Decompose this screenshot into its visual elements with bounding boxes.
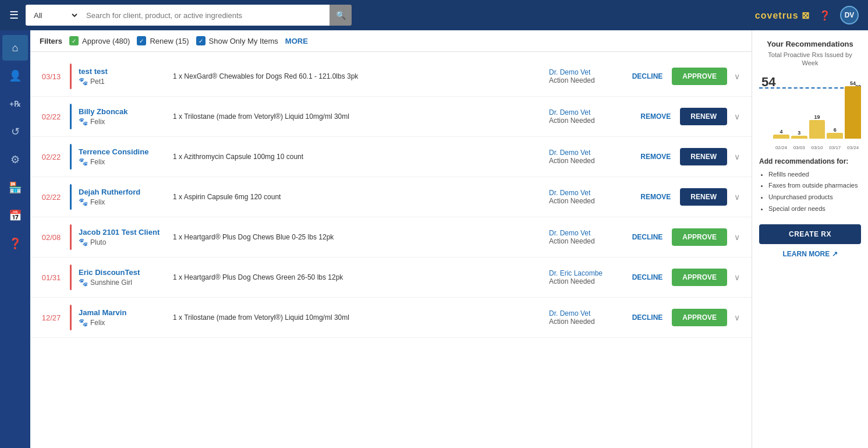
- row-vet: Dr. Demo Vet Action Needed: [549, 108, 619, 125]
- client-name[interactable]: Eric DiscounTest: [79, 268, 166, 277]
- renew-button[interactable]: RENEW: [680, 188, 727, 206]
- bar-label: 03/24: [845, 145, 861, 150]
- chart-bar-group: 3: [791, 130, 807, 139]
- client-name[interactable]: Jacob 2101 Test Client: [79, 228, 166, 237]
- row-pet: 🐾 Pluto: [79, 238, 166, 246]
- row-actions: DECLINE APPROVE ∨: [626, 269, 742, 286]
- sidebar-item-home[interactable]: ⌂: [2, 35, 28, 61]
- decline-button[interactable]: DECLINE: [628, 271, 668, 284]
- table-row: 02/22 Dejah Rutherford 🐾 Felix 1 x Aspir…: [30, 177, 752, 217]
- row-border: [70, 184, 72, 210]
- client-name[interactable]: Dejah Rutherford: [79, 188, 166, 196]
- row-actions: DECLINE APPROVE ∨: [626, 68, 742, 85]
- row-product: 1 x NexGard® Chewables for Dogs Red 60.1…: [173, 72, 542, 80]
- table-row: 12/27 Jamal Marvin 🐾 Felix 1 x Trilostan…: [30, 298, 752, 338]
- bar-value: 4: [780, 129, 782, 135]
- row-product: 1 x Trilostane (made from Vetoryl®) Liqu…: [173, 112, 542, 121]
- vet-status: Action Needed: [549, 277, 619, 285]
- chart-bar: [809, 120, 826, 139]
- row-date: 02/22: [40, 112, 63, 121]
- vet-status: Action Needed: [549, 76, 619, 84]
- learn-more-link[interactable]: LEARN MORE ↗: [759, 250, 861, 258]
- table-row: 03/13 test test 🐾 Pet1 1 x NexGard® Chew…: [30, 57, 752, 97]
- approve-button[interactable]: APPROVE: [672, 309, 727, 326]
- help-icon[interactable]: ❓: [819, 10, 831, 21]
- bar-value: 54: [850, 80, 856, 86]
- search-dropdown[interactable]: All Clients Products: [26, 5, 79, 26]
- approve-checkbox[interactable]: ✓: [69, 36, 79, 45]
- client-name[interactable]: Jamal Marvin: [79, 308, 166, 317]
- avatar[interactable]: DV: [840, 6, 859, 24]
- approve-button[interactable]: APPROVE: [672, 228, 727, 246]
- table-row: 02/22 Billy Zboncak 🐾 Felix 1 x Trilosta…: [30, 97, 752, 137]
- row-pet: 🐾 Felix: [79, 157, 166, 166]
- filter-renew[interactable]: ✓ Renew (15): [137, 36, 189, 45]
- row-client: Jamal Marvin 🐾 Felix: [79, 308, 166, 327]
- sidebar-item-help[interactable]: ❓: [2, 231, 28, 256]
- sidebar-item-calendar[interactable]: 📅: [2, 203, 28, 228]
- vet-name: Dr. Demo Vet: [549, 309, 619, 318]
- sidebar-item-history[interactable]: ↺: [2, 119, 28, 144]
- decline-button[interactable]: DECLINE: [628, 70, 668, 83]
- approve-button[interactable]: APPROVE: [672, 269, 727, 286]
- renew-button[interactable]: RENEW: [680, 148, 727, 165]
- expand-icon[interactable]: ∨: [732, 270, 742, 284]
- expand-icon[interactable]: ∨: [732, 110, 742, 124]
- row-client: Terrence Considine 🐾 Felix: [79, 147, 166, 166]
- decline-button[interactable]: DECLINE: [628, 231, 668, 244]
- show-items-checkbox[interactable]: ✓: [196, 36, 206, 45]
- remove-button[interactable]: REMOVE: [636, 191, 675, 203]
- expand-icon[interactable]: ∨: [732, 311, 742, 324]
- row-product: 1 x Heartgard® Plus Dog Chews Green 26-5…: [173, 273, 542, 281]
- row-pet: 🐾 Sunshine Girl: [79, 278, 166, 287]
- decline-button[interactable]: DECLINE: [628, 311, 668, 324]
- pet-icon: 🐾: [79, 238, 88, 246]
- row-border: [70, 64, 72, 89]
- vet-name: Dr. Demo Vet: [549, 229, 619, 237]
- filter-more[interactable]: MORE: [285, 37, 308, 45]
- panel-subtitle: Total Proactive Rxs Issued by Week: [759, 51, 861, 68]
- expand-icon[interactable]: ∨: [732, 150, 742, 164]
- row-actions: REMOVE RENEW ∨: [626, 108, 742, 125]
- remove-button[interactable]: REMOVE: [636, 110, 675, 123]
- renew-checkbox[interactable]: ✓: [137, 36, 146, 45]
- chart-bar: [791, 136, 807, 139]
- row-date: 12/27: [40, 313, 63, 322]
- sidebar-item-settings[interactable]: ⚙: [2, 147, 28, 172]
- pet-icon: 🐾: [79, 117, 88, 126]
- search-button[interactable]: 🔍: [330, 5, 352, 26]
- panel-title: Your Recommendations: [759, 40, 861, 48]
- search-input[interactable]: [79, 5, 330, 26]
- vet-name: Dr. Demo Vet: [549, 108, 619, 117]
- row-actions: DECLINE APPROVE ∨: [626, 309, 742, 326]
- hamburger-icon[interactable]: ☰: [9, 9, 19, 22]
- bar-value: 6: [834, 127, 837, 133]
- filter-show-my-items[interactable]: ✓ Show Only My Items: [196, 36, 278, 45]
- client-name[interactable]: test test: [79, 67, 166, 76]
- row-vet: Dr. Demo Vet Action Needed: [549, 68, 619, 84]
- row-pet: 🐾 Felix: [79, 197, 166, 206]
- row-pet: 🐾 Felix: [79, 318, 166, 327]
- table-row: 01/31 Eric DiscounTest 🐾 Sunshine Girl 1…: [30, 257, 752, 298]
- filter-approve[interactable]: ✓ Approve (480): [69, 36, 130, 45]
- sidebar-item-clients[interactable]: 👤: [2, 63, 28, 89]
- sidebar-item-prescriptions[interactable]: +℞: [2, 91, 28, 117]
- expand-icon[interactable]: ∨: [732, 69, 742, 83]
- row-actions: REMOVE RENEW ∨: [626, 188, 742, 206]
- remove-button[interactable]: REMOVE: [636, 150, 675, 163]
- renew-button[interactable]: RENEW: [680, 108, 727, 125]
- vet-name: Dr. Demo Vet: [549, 149, 619, 157]
- create-rx-button[interactable]: CREATE RX: [759, 224, 861, 244]
- row-date: 03/13: [40, 72, 63, 81]
- expand-icon[interactable]: ∨: [732, 190, 742, 204]
- add-recs-item: Faxes from outside pharmacies: [768, 180, 861, 192]
- approve-button[interactable]: APPROVE: [672, 68, 727, 85]
- main-layout: ⌂ 👤 +℞ ↺ ⚙ 🏪 📅 ❓ Filters ✓ Approve (480): [0, 30, 868, 448]
- client-name[interactable]: Terrence Considine: [79, 147, 166, 156]
- sidebar-item-store[interactable]: 🏪: [2, 175, 28, 200]
- row-client: Eric DiscounTest 🐾 Sunshine Girl: [79, 268, 166, 287]
- pet-icon: 🐾: [79, 77, 88, 86]
- client-name[interactable]: Billy Zboncak: [79, 107, 166, 116]
- add-recs-item: Special order needs: [768, 203, 861, 215]
- expand-icon[interactable]: ∨: [732, 230, 742, 244]
